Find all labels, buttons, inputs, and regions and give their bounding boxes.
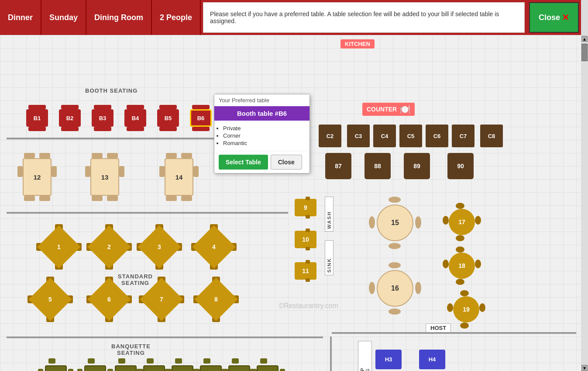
tooltip-features: PrivateCornerRomantic	[214, 121, 309, 151]
table-87[interactable]: 87	[323, 151, 354, 181]
table-b5[interactable]: B5	[155, 105, 181, 131]
tooltip-close-button[interactable]: Close	[271, 155, 302, 170]
table-13[interactable]: 13	[85, 153, 124, 201]
table-c6[interactable]: C6	[426, 125, 448, 147]
table-5[interactable]: 5	[33, 282, 68, 317]
table-c7[interactable]: C7	[452, 125, 475, 147]
table-10[interactable]: 10	[292, 229, 319, 250]
table-14[interactable]: 14	[159, 153, 199, 201]
tooltip-header: Your Preferred table	[214, 94, 309, 106]
table-h3[interactable]: H3	[375, 350, 402, 369]
table-c4[interactable]: C4	[373, 125, 396, 147]
wall-main-bottom	[332, 332, 576, 334]
close-button[interactable]: Close✕	[529, 2, 579, 33]
floor-plan: KITCHEN COUNTER 🍽️ BOOTH SEATING B1	[0, 35, 581, 371]
main-area: KITCHEN COUNTER 🍽️ BOOTH SEATING B1	[0, 35, 588, 371]
feature-item: Private	[223, 125, 305, 132]
tooltip-title: Booth table #B6	[214, 106, 309, 121]
kitchen-label: KITCHEN	[340, 39, 375, 49]
tooltip-popup: ➔ Your Preferred table Booth table #B6 P…	[214, 94, 310, 173]
feature-item: Romantic	[223, 140, 305, 146]
tooltip-actions: Select Table Close	[214, 151, 309, 173]
tag-dinner[interactable]: Dinner	[0, 0, 41, 35]
table-c2[interactable]: C2	[319, 125, 341, 147]
table-11[interactable]: 11	[292, 260, 319, 282]
table-c8[interactable]: C8	[480, 125, 503, 147]
wash-label: WASH	[325, 197, 334, 232]
table-q2[interactable]: Q2	[111, 362, 140, 371]
scroll-up-arrow[interactable]: ▲	[581, 36, 588, 42]
wall-booth-bottom	[7, 138, 240, 139]
table-8[interactable]: 8	[199, 282, 234, 317]
scroll-down-arrow[interactable]: ▼	[581, 365, 588, 371]
table-b6[interactable]: B6	[188, 105, 214, 131]
table-7[interactable]: 7	[144, 282, 179, 317]
features-list: PrivateCornerRomantic	[223, 125, 305, 146]
table-c3[interactable]: C3	[347, 125, 370, 147]
banquette-seating-label: BANQUETTESEATING	[111, 343, 151, 356]
host-label: HOST	[426, 323, 451, 333]
table-q1[interactable]: Q1	[81, 362, 109, 371]
table-90[interactable]: 90	[445, 151, 476, 181]
table-q10[interactable]: Q10	[41, 362, 70, 371]
table-b3[interactable]: B3	[89, 105, 116, 131]
sink-label: SINK	[325, 240, 334, 275]
table-q4[interactable]: Q4	[168, 362, 196, 371]
select-table-button[interactable]: Select Table	[219, 155, 268, 170]
wall-banquette-top	[7, 336, 323, 338]
table-h4[interactable]: H4	[419, 350, 445, 369]
top-bar: Dinner Sunday Dining Room 2 People Pleas…	[0, 0, 588, 35]
table-19[interactable]: 19	[450, 293, 483, 326]
wall-banquette-right	[330, 336, 332, 371]
table-9[interactable]: 9	[292, 197, 319, 218]
watermark: ©Restaurantry.com	[279, 302, 338, 310]
table-b2[interactable]: B2	[57, 105, 83, 131]
table-q6[interactable]: Q6	[225, 362, 253, 371]
table-12[interactable]: 12	[17, 153, 57, 201]
info-box: Please select if you have a preferred ta…	[203, 2, 525, 33]
table-2[interactable]: 2	[92, 229, 127, 264]
table-15[interactable]: 15	[373, 201, 417, 245]
feature-item: Corner	[223, 132, 305, 139]
tag-people[interactable]: 2 People	[152, 0, 201, 35]
table-q5[interactable]: Q5	[196, 362, 225, 371]
counter-icon: 🍽️	[399, 104, 410, 114]
tag-dining-room[interactable]: Dining Room	[86, 0, 152, 35]
counter-label: COUNTER 🍽️	[362, 103, 415, 116]
table-89[interactable]: 89	[402, 151, 432, 181]
wall-rect-bottom	[7, 212, 288, 214]
tag-sunday[interactable]: Sunday	[41, 0, 86, 35]
table-c5[interactable]: C5	[399, 125, 422, 147]
table-q9[interactable]: Q9	[253, 362, 282, 371]
table-1[interactable]: 1	[41, 229, 76, 264]
table-18[interactable]: 18	[445, 249, 478, 282]
booth-seating-label: BOOTH SEATING	[85, 87, 138, 94]
table-q3[interactable]: Q3	[140, 362, 168, 371]
table-17[interactable]: 17	[445, 205, 478, 239]
scroll-thumb[interactable]	[581, 44, 588, 61]
scrollbar	[581, 0, 588, 35]
table-b1[interactable]: B1	[24, 105, 50, 131]
table-6[interactable]: 6	[92, 282, 127, 317]
hightop-seating-label: HIGHTOPSEATING	[358, 341, 372, 371]
table-b4[interactable]: B4	[122, 105, 148, 131]
table-16[interactable]: 16	[373, 267, 417, 310]
right-scrollbar[interactable]: ▲ ▼	[581, 35, 588, 371]
table-88[interactable]: 88	[362, 151, 393, 181]
table-4[interactable]: 4	[196, 229, 231, 264]
table-3[interactable]: 3	[142, 229, 177, 264]
